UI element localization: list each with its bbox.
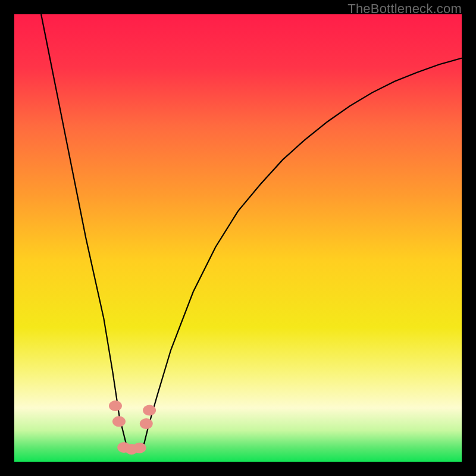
marker-left-upper [109,400,122,411]
marker-bottom-3 [133,443,146,453]
marker-right-lower [140,418,153,429]
chart-frame [14,14,462,462]
bottleneck-chart [14,14,462,462]
marker-right-upper [143,405,156,416]
marker-left-lower [112,416,126,427]
